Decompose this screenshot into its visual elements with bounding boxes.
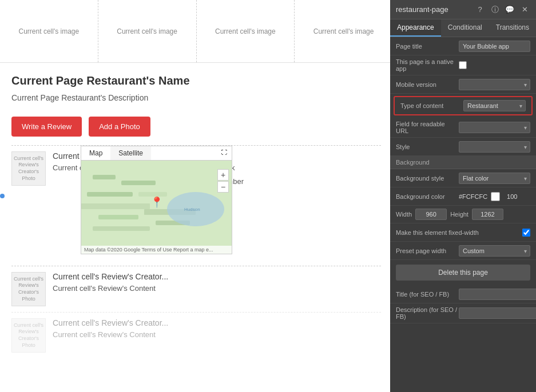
style-label: Style bbox=[396, 143, 459, 150]
write-review-button[interactable]: Write a Review bbox=[11, 117, 82, 137]
page-title-label: Page title bbox=[396, 43, 459, 50]
width-label: Width bbox=[396, 211, 412, 218]
background-color-hex: #FCFCFC bbox=[459, 193, 487, 200]
page-title-field: Page title bbox=[390, 37, 536, 55]
cell-images-row: Current cell's image Current cell's imag… bbox=[0, 0, 392, 63]
svg-rect-6 bbox=[98, 215, 138, 219]
info-icon[interactable]: ⓘ bbox=[489, 4, 501, 15]
height-input[interactable] bbox=[472, 209, 503, 220]
left-edge-indicator bbox=[0, 194, 5, 198]
restaurant-name-section: Current Page Restaurant's Name bbox=[0, 63, 392, 93]
restaurant-name: Current Page Restaurant's Name bbox=[11, 74, 381, 87]
width-height-row: Width Height bbox=[390, 206, 536, 223]
map-fullscreen-button[interactable]: ⛶ bbox=[217, 146, 232, 160]
review-text-3: Current cell's Review's Content bbox=[53, 330, 381, 339]
review-photo-3: Current cell'sReview'sCreator's Photo bbox=[11, 318, 46, 353]
reviews-section: Current cell's Review's Creator's Photo … bbox=[0, 145, 392, 358]
cell-image-4: Current cell's image bbox=[295, 0, 392, 62]
preset-page-width-label: Preset page width bbox=[396, 247, 459, 254]
close-icon[interactable]: ✕ bbox=[519, 4, 530, 15]
svg-rect-3 bbox=[87, 192, 133, 197]
svg-rect-2 bbox=[121, 181, 156, 185]
add-photo-button[interactable]: Add a Photo bbox=[89, 117, 150, 137]
style-field: Style bbox=[390, 138, 536, 156]
cell-image-2: Current cell's image bbox=[98, 0, 197, 62]
style-select[interactable] bbox=[459, 141, 530, 153]
map-tab-map[interactable]: Map bbox=[81, 146, 110, 160]
cell-image-1: Current cell's image bbox=[0, 0, 98, 62]
panel-header-icons: ? ⓘ 💬 ✕ bbox=[474, 4, 530, 15]
panel-tabs: Appearance Conditional Transitions bbox=[390, 19, 536, 37]
native-app-label: This page is a native app bbox=[396, 58, 459, 72]
readable-url-field: Field for readable URL bbox=[390, 118, 536, 138]
delete-page-button[interactable]: Delete this page bbox=[396, 265, 530, 281]
map-footer: Map data ©2020 Google Terms of Use Repor… bbox=[81, 246, 232, 254]
svg-text:Hudson: Hudson bbox=[184, 207, 200, 212]
readable-url-select[interactable] bbox=[459, 122, 530, 133]
panel-body: Page title This page is a native app Mob… bbox=[390, 37, 536, 392]
color-opacity: 100 bbox=[507, 193, 517, 200]
table-row: Current cell's Review's Creator's Photo … bbox=[11, 266, 381, 312]
height-label: Height bbox=[450, 211, 468, 218]
fixed-width-label: Make this element fixed-width bbox=[396, 229, 522, 236]
native-app-checkbox[interactable] bbox=[459, 61, 467, 69]
native-app-field: This page is a native app bbox=[390, 55, 536, 75]
mobile-version-field: Mobile version bbox=[390, 75, 536, 94]
background-section-divider: Background bbox=[390, 156, 536, 169]
seo-title-field: Title (for SEO / FB) bbox=[390, 285, 536, 303]
tab-appearance[interactable]: Appearance bbox=[390, 19, 441, 37]
table-row: Current cell's Review's Creator's Photo … bbox=[11, 145, 381, 266]
width-input[interactable] bbox=[415, 209, 447, 220]
fixed-width-field: Make this element fixed-width bbox=[390, 223, 536, 242]
type-of-content-field: Type of content Restaurant bbox=[394, 96, 533, 115]
seo-title-input[interactable] bbox=[459, 289, 536, 300]
map-visualization: Hudson bbox=[81, 163, 232, 254]
svg-rect-5 bbox=[81, 203, 150, 209]
review-photo-1: Current cell's Review's Creator's Photo bbox=[11, 151, 46, 186]
mobile-version-label: Mobile version bbox=[396, 81, 459, 88]
table-row: Current cell'sReview'sCreator's Photo Cu… bbox=[11, 312, 381, 358]
fixed-width-checkbox[interactable] bbox=[522, 229, 530, 237]
chat-icon[interactable]: 💬 bbox=[504, 4, 515, 15]
review-creator-2: Current cell's Review's Creator... bbox=[53, 272, 381, 281]
background-style-select[interactable]: Flat color bbox=[459, 173, 530, 184]
seo-title-label: Title (for SEO / FB) bbox=[396, 291, 459, 298]
panel-title: restaurant-page bbox=[396, 5, 448, 14]
mobile-version-select[interactable] bbox=[459, 79, 530, 90]
panel-header: restaurant-page ? ⓘ 💬 ✕ bbox=[390, 0, 536, 19]
type-of-content-label: Type of content bbox=[400, 102, 463, 109]
review-creator-3: Current cell's Review's Creator... bbox=[53, 318, 381, 327]
map-zoom-controls: + − bbox=[217, 169, 229, 193]
main-canvas: Current cell's image Current cell's imag… bbox=[0, 0, 392, 392]
seo-desc-input[interactable] bbox=[459, 307, 536, 319]
svg-rect-1 bbox=[93, 175, 116, 179]
tab-transitions[interactable]: Transitions bbox=[489, 19, 536, 37]
review-content-2: Current cell's Review's Creator... Curre… bbox=[53, 272, 381, 306]
tab-conditional[interactable]: Conditional bbox=[441, 19, 489, 37]
map-zoom-out-button[interactable]: − bbox=[217, 181, 229, 193]
map-section[interactable]: Map Satellite ⛶ bbox=[81, 146, 232, 254]
map-pin: 📍 bbox=[150, 196, 163, 209]
review-content-3: Current cell's Review's Creator... Curre… bbox=[53, 318, 381, 353]
map-body: Hudson 📍 bbox=[81, 163, 232, 254]
background-style-label: Background style bbox=[396, 175, 459, 182]
seo-desc-label: Description (for SEO / FB) bbox=[396, 306, 459, 320]
background-color-label: Background color bbox=[396, 193, 459, 200]
preset-page-width-field: Preset page width Custom bbox=[390, 242, 536, 260]
review-text-2: Current cell's Review's Content bbox=[53, 284, 381, 293]
map-zoom-in-button[interactable]: + bbox=[217, 169, 229, 181]
cell-image-3: Current cell's image bbox=[197, 0, 295, 62]
right-panel: restaurant-page ? ⓘ 💬 ✕ Appearance Condi… bbox=[390, 0, 536, 392]
preset-page-width-select[interactable]: Custom bbox=[459, 245, 530, 257]
page-title-input[interactable] bbox=[459, 41, 530, 52]
action-buttons: Write a Review Add a Photo bbox=[0, 111, 392, 145]
type-of-content-select[interactable]: Restaurant bbox=[463, 100, 526, 111]
map-tab-satellite[interactable]: Satellite bbox=[110, 146, 151, 160]
background-color-field: Background color #FCFCFC 100 bbox=[390, 187, 536, 206]
color-swatch[interactable] bbox=[491, 192, 500, 201]
readable-url-label: Field for readable URL bbox=[396, 121, 459, 134]
background-style-field: Background style Flat color bbox=[390, 169, 536, 187]
restaurant-description: Current Page Restaurant's Description bbox=[0, 93, 392, 111]
map-tabs: Map Satellite ⛶ bbox=[81, 146, 232, 161]
help-icon[interactable]: ? bbox=[474, 4, 486, 15]
